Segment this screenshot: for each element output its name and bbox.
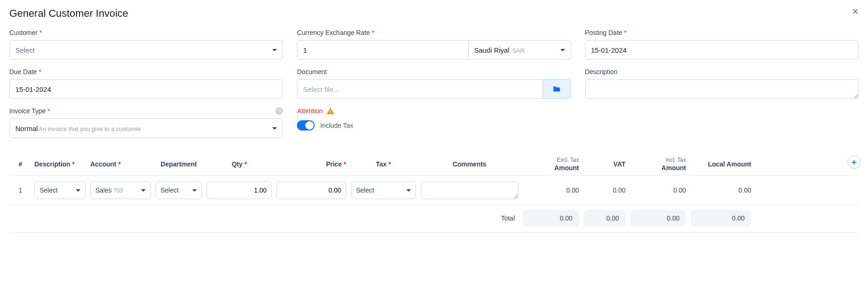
table-header: # Description * Account * Department Qty… <box>9 153 859 176</box>
chevron-down-icon <box>406 189 411 192</box>
close-icon[interactable]: ✕ <box>852 7 859 16</box>
posting-date-input[interactable] <box>585 40 859 60</box>
total-local-amount: 0.00 <box>691 210 751 227</box>
chevron-down-icon <box>76 189 81 192</box>
chevron-down-icon <box>560 49 565 51</box>
invoice-type-select[interactable]: NormalAn invoice that you give to a cust… <box>9 118 283 138</box>
invoice-type-label: Invoice Type* ? <box>9 107 283 115</box>
row-price-input[interactable] <box>276 181 346 199</box>
currency-rate-label: Currency Exchange Rate* <box>297 29 571 36</box>
include-tax-label: Include Tax <box>320 122 353 129</box>
total-excl-amount: 0.00 <box>523 210 579 227</box>
row-excl-amount: 0.00 <box>523 186 579 194</box>
browse-file-button[interactable] <box>543 79 571 99</box>
description-input[interactable] <box>585 79 859 99</box>
total-incl-amount: 0.00 <box>630 210 686 227</box>
document-label: Document <box>297 68 571 76</box>
row-vat: 0.00 <box>584 186 626 194</box>
folder-icon <box>552 86 561 92</box>
exchange-rate-input[interactable] <box>297 40 468 60</box>
row-description-select[interactable]: Select <box>34 181 86 199</box>
posting-date-label: Posting Date* <box>585 29 859 36</box>
total-label: Total <box>421 214 518 222</box>
plus-icon: + <box>852 158 857 166</box>
svg-rect-1 <box>330 113 330 113</box>
include-tax-toggle[interactable] <box>297 120 315 131</box>
row-department-select[interactable]: Select <box>155 181 202 199</box>
row-qty-input[interactable] <box>207 181 272 199</box>
attention-label: Attention <box>297 107 323 115</box>
customer-label: Customer* <box>9 29 283 36</box>
page-title: General Customer Invoice <box>9 7 128 20</box>
help-icon[interactable]: ? <box>276 107 283 115</box>
due-date-label: Due Date* <box>9 68 283 76</box>
description-label: Description <box>585 68 859 76</box>
total-vat: 0.00 <box>584 210 626 227</box>
document-file-input[interactable]: Select file... <box>297 79 543 99</box>
row-number: 1 <box>11 186 30 194</box>
chevron-down-icon <box>192 189 197 192</box>
svg-rect-0 <box>330 110 330 112</box>
due-date-input[interactable] <box>9 79 283 99</box>
row-local-amount: 0.00 <box>691 186 751 194</box>
currency-select[interactable]: Saudi RiyalSAR <box>469 40 571 60</box>
chevron-down-icon <box>272 49 277 51</box>
row-comments-input[interactable] <box>421 181 518 199</box>
warning-icon <box>327 108 334 114</box>
row-incl-amount: 0.00 <box>630 186 686 194</box>
chevron-down-icon <box>141 189 146 192</box>
chevron-down-icon <box>272 127 277 130</box>
add-row-button[interactable]: + <box>848 156 861 169</box>
row-tax-select[interactable]: Select <box>351 181 416 199</box>
row-account-select[interactable]: Sales703 <box>90 181 151 199</box>
table-row: 1 Select Sales703 Select Select 0.00 0.0… <box>9 176 859 205</box>
customer-select[interactable]: Select <box>9 40 283 60</box>
